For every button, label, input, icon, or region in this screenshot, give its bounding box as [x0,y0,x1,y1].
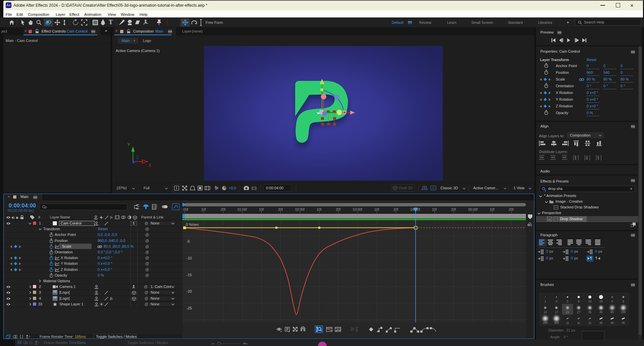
svg-text:Y: Y [127,142,130,147]
svg-text:11: 11 [566,321,569,325]
svg-text:27: 27 [577,310,581,314]
svg-text:17: 17 [555,310,558,314]
svg-text:65: 65 [610,310,614,314]
svg-text:13: 13 [588,300,592,303]
svg-text:19: 19 [599,300,603,303]
svg-text:200: 200 [543,321,548,325]
svg-text:11: 11 [577,321,580,325]
svg-text:X: X [149,163,151,168]
svg-text:11: 11 [588,321,591,325]
svg-text:5: 5 [611,300,613,303]
svg-text:45: 45 [599,321,603,325]
svg-text:3: 3 [556,300,557,303]
svg-text:45: 45 [599,310,603,314]
svg-text:21: 21 [566,310,569,314]
svg-text:45: 45 [610,321,614,325]
svg-text:100: 100 [621,310,626,314]
svg-text:Z: Z [136,155,139,160]
svg-text:9: 9 [578,300,580,303]
svg-text:35: 35 [588,310,592,314]
svg-text:45: 45 [622,321,625,325]
svg-text:1: 1 [544,300,546,303]
svg-text:5: 5 [567,300,569,303]
svg-text:9: 9 [623,300,624,303]
svg-text:300: 300 [554,321,559,325]
svg-text:13: 13 [544,310,547,314]
